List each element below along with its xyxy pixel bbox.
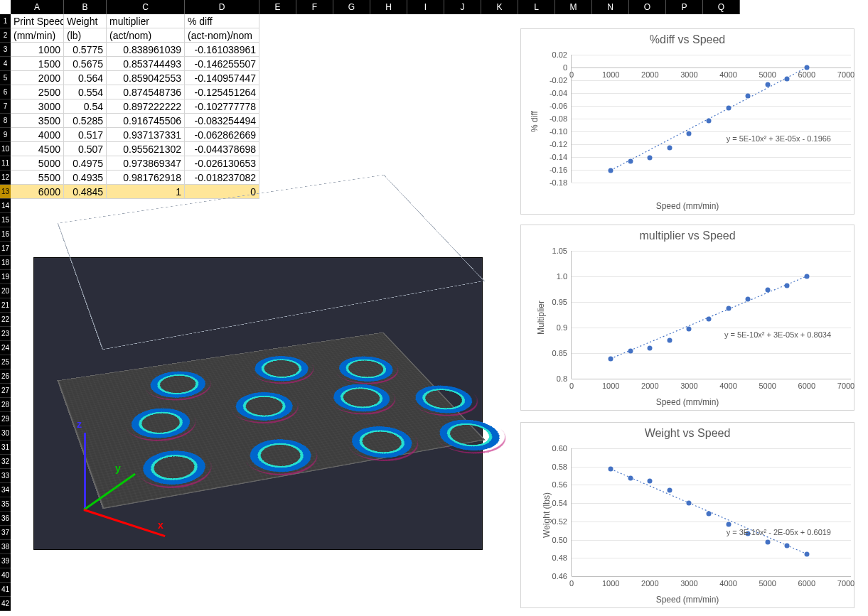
cell[interactable]: multiplier [107, 14, 185, 28]
column-header[interactable]: J [444, 0, 481, 14]
cell[interactable]: (act/nom) [107, 28, 185, 43]
row-number[interactable]: 30 [0, 426, 11, 441]
cell[interactable]: 1 [107, 185, 185, 199]
row-number[interactable]: 24 [0, 341, 11, 355]
column-header[interactable]: F [296, 0, 333, 14]
cell[interactable]: Weight [64, 14, 107, 28]
cell[interactable]: 1500 [11, 57, 64, 71]
row-number[interactable]: 25 [0, 355, 11, 369]
column-header[interactable]: G [333, 0, 370, 14]
column-header[interactable]: C [107, 0, 185, 14]
row-number[interactable]: 22 [0, 313, 11, 327]
column-header[interactable]: D [185, 0, 259, 14]
cell[interactable]: Print Speed [11, 14, 64, 28]
row-number[interactable]: 38 [0, 540, 11, 554]
cell[interactable]: -0.140957447 [185, 71, 259, 85]
chart-c2[interactable]: multiplier vs SpeedMultiplierSpeed (mm/m… [520, 225, 854, 411]
cell[interactable]: -0.125451264 [185, 85, 259, 99]
cell[interactable]: 3000 [11, 99, 64, 114]
cell[interactable]: 0.874548736 [107, 85, 185, 99]
row-number[interactable]: 7 [0, 99, 11, 114]
row-number[interactable]: 31 [0, 441, 11, 455]
cell[interactable]: (act-nom)/nom [185, 28, 259, 43]
cell[interactable]: 0.5285 [64, 114, 107, 128]
row-number[interactable]: 36 [0, 512, 11, 526]
cell[interactable]: -0.161038961 [185, 43, 259, 57]
column-header[interactable]: L [518, 0, 555, 14]
cell[interactable]: 0.4845 [64, 185, 107, 199]
column-header[interactable]: K [481, 0, 518, 14]
row-number[interactable]: 4 [0, 57, 11, 71]
row-number[interactable]: 15 [0, 213, 11, 227]
cell[interactable]: 0.5775 [64, 43, 107, 57]
cell[interactable]: -0.044378698 [185, 142, 259, 156]
row-number[interactable]: 23 [0, 327, 11, 341]
column-header[interactable]: B [64, 0, 107, 14]
cell[interactable]: 2000 [11, 71, 64, 85]
row-number[interactable]: 16 [0, 227, 11, 242]
cell[interactable]: 1000 [11, 43, 64, 57]
row-number[interactable]: 10 [0, 142, 11, 156]
chart-c3[interactable]: Weight vs SpeedWeight (lbs)Speed (mm/min… [520, 422, 854, 608]
cell[interactable]: 0.507 [64, 142, 107, 156]
cell[interactable]: -0.026130653 [185, 156, 259, 171]
row-number[interactable]: 14 [0, 199, 11, 213]
cell[interactable]: (mm/min) [11, 28, 64, 43]
cell[interactable]: 0.54 [64, 99, 107, 114]
cell[interactable]: 0.517 [64, 128, 107, 142]
row-number[interactable]: 5 [0, 71, 11, 85]
row-number[interactable]: 40 [0, 568, 11, 583]
row-number[interactable]: 17 [0, 242, 11, 256]
row-number[interactable]: 28 [0, 398, 11, 412]
cell[interactable]: 5000 [11, 156, 64, 171]
cell[interactable]: -0.102777778 [185, 99, 259, 114]
cell[interactable]: 4500 [11, 142, 64, 156]
row-number[interactable]: 32 [0, 455, 11, 469]
row-number[interactable]: 41 [0, 583, 11, 597]
row-number[interactable]: 42 [0, 597, 11, 611]
row-number[interactable]: 39 [0, 554, 11, 568]
row-number[interactable]: 26 [0, 369, 11, 384]
cell[interactable]: 0.4975 [64, 156, 107, 171]
cell[interactable]: 0.554 [64, 85, 107, 99]
cell[interactable]: -0.146255507 [185, 57, 259, 71]
row-number[interactable]: 35 [0, 497, 11, 512]
column-header[interactable]: N [592, 0, 629, 14]
column-header[interactable]: H [370, 0, 407, 14]
cell[interactable]: -0.062862669 [185, 128, 259, 142]
cell[interactable]: % diff [185, 14, 259, 28]
row-number[interactable]: 13 [0, 185, 11, 199]
row-number[interactable]: 21 [0, 298, 11, 313]
cell[interactable]: 0.838961039 [107, 43, 185, 57]
cell[interactable]: 0.564 [64, 71, 107, 85]
row-number[interactable]: 6 [0, 85, 11, 99]
cell[interactable]: 0.897222222 [107, 99, 185, 114]
row-number[interactable]: 11 [0, 156, 11, 171]
cell[interactable]: 0.853744493 [107, 57, 185, 71]
cell[interactable]: 0.973869347 [107, 156, 185, 171]
cell[interactable]: 0.955621302 [107, 142, 185, 156]
column-header[interactable]: O [629, 0, 666, 14]
column-header[interactable]: E [259, 0, 296, 14]
cell[interactable]: 0.916745506 [107, 114, 185, 128]
cell[interactable]: 0.981762918 [107, 171, 185, 185]
cell[interactable]: 5500 [11, 171, 64, 185]
cell[interactable]: 0 [185, 185, 259, 199]
row-number[interactable]: 12 [0, 171, 11, 185]
cell[interactable]: -0.083254494 [185, 114, 259, 128]
row-number[interactable]: 33 [0, 469, 11, 483]
column-header[interactable]: P [666, 0, 703, 14]
cell[interactable]: 0.937137331 [107, 128, 185, 142]
column-header[interactable]: Q [703, 0, 740, 14]
row-number[interactable]: 8 [0, 114, 11, 128]
cell[interactable]: 0.859042553 [107, 71, 185, 85]
cell[interactable]: 3500 [11, 114, 64, 128]
column-header[interactable]: I [407, 0, 444, 14]
cell[interactable]: (lb) [64, 28, 107, 43]
row-number[interactable]: 34 [0, 483, 11, 497]
chart-c1[interactable]: %diff vs Speed% diffSpeed (mm/min)-0.18-… [520, 28, 854, 215]
row-number[interactable]: 19 [0, 270, 11, 284]
cell[interactable]: 0.4935 [64, 171, 107, 185]
row-number[interactable]: 27 [0, 384, 11, 398]
row-number[interactable]: 3 [0, 43, 11, 57]
